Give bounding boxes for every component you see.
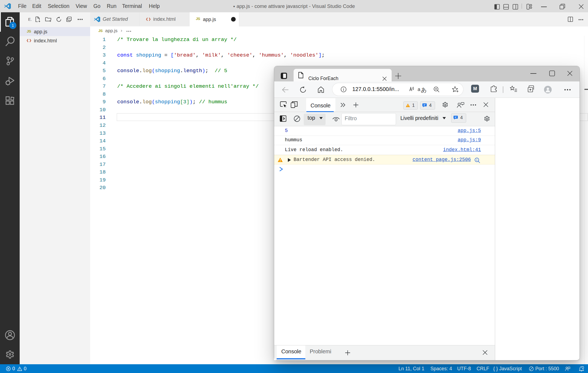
svg-text:あ: あ: [421, 87, 427, 93]
svg-text:a: a: [418, 87, 421, 92]
